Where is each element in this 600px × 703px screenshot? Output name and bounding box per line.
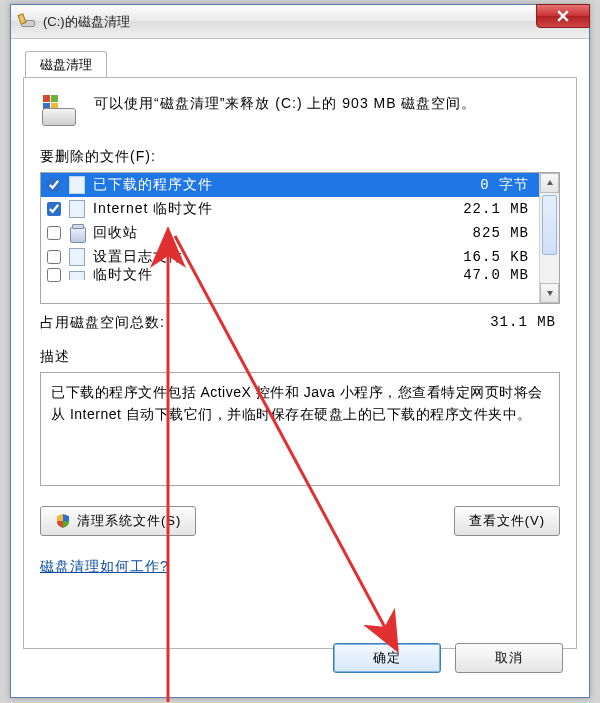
intro-text: 可以使用“磁盘清理”来释放 (C:) 上的 903 MB 磁盘空间。: [94, 92, 476, 132]
ok-label: 确定: [373, 649, 401, 667]
document-icon: [69, 248, 85, 266]
tab-label: 磁盘清理: [40, 57, 92, 72]
recycle-bin-icon: [69, 224, 85, 242]
file-list-row[interactable]: 临时文件47.0 MB: [41, 269, 539, 281]
file-row-checkbox[interactable]: [47, 268, 61, 282]
shield-icon: [55, 513, 71, 529]
close-icon: [557, 10, 569, 22]
file-list: 已下载的程序文件0 字节Internet 临时文件22.1 MB回收站825 M…: [40, 172, 560, 304]
close-button[interactable]: [536, 4, 590, 28]
document-icon: [69, 271, 85, 280]
file-row-size: 22.1 MB: [447, 201, 539, 217]
file-list-row[interactable]: Internet 临时文件22.1 MB: [41, 197, 539, 221]
file-row-size: 47.0 MB: [447, 267, 539, 283]
file-row-size: 825 MB: [447, 225, 539, 241]
help-link-text: 磁盘清理如何工作?: [40, 558, 169, 574]
file-row-size: 16.5 KB: [447, 249, 539, 265]
total-value: 31.1 MB: [490, 314, 560, 332]
window-title: (C:)的磁盘清理: [43, 13, 130, 31]
file-row-name: Internet 临时文件: [93, 200, 447, 218]
scroll-up-button[interactable]: [540, 173, 559, 193]
document-icon: [69, 176, 85, 194]
disk-cleanup-dialog: (C:)的磁盘清理 磁盘清理 可以使用“磁盘清理”来释放 (C:) 上的 903…: [10, 4, 590, 698]
tab-disk-cleanup[interactable]: 磁盘清理: [25, 51, 107, 79]
view-files-label: 查看文件(V): [469, 512, 545, 530]
file-row-size: 0 字节: [447, 176, 539, 194]
help-link[interactable]: 磁盘清理如何工作?: [40, 558, 169, 576]
total-row: 占用磁盘空间总数: 31.1 MB: [40, 314, 560, 332]
file-row-name: 临时文件: [93, 266, 447, 284]
view-files-button[interactable]: 查看文件(V): [454, 506, 560, 536]
scroll-down-button[interactable]: [540, 283, 559, 303]
total-label: 占用磁盘空间总数:: [40, 314, 490, 332]
file-row-checkbox[interactable]: [47, 202, 61, 216]
file-list-row[interactable]: 回收站825 MB: [41, 221, 539, 245]
cancel-button[interactable]: 取消: [455, 643, 563, 673]
ok-button[interactable]: 确定: [333, 643, 441, 673]
tab-panel: 可以使用“磁盘清理”来释放 (C:) 上的 903 MB 磁盘空间。 要删除的文…: [23, 77, 577, 649]
file-row-checkbox[interactable]: [47, 250, 61, 264]
scroll-track[interactable]: [540, 257, 559, 283]
titlebar[interactable]: (C:)的磁盘清理: [11, 5, 589, 39]
file-row-name: 设置日志文件: [93, 248, 447, 266]
clean-system-files-button[interactable]: 清理系统文件(S): [40, 506, 196, 536]
intro-row: 可以使用“磁盘清理”来释放 (C:) 上的 903 MB 磁盘空间。: [40, 92, 560, 132]
file-row-checkbox[interactable]: [47, 178, 61, 192]
files-to-delete-label: 要删除的文件(F):: [40, 148, 560, 166]
scroll-thumb[interactable]: [542, 195, 557, 255]
description-box: 已下载的程序文件包括 ActiveX 控件和 Java 小程序，您查看特定网页时…: [40, 372, 560, 486]
description-text: 已下载的程序文件包括 ActiveX 控件和 Java 小程序，您查看特定网页时…: [51, 384, 543, 422]
cancel-label: 取消: [495, 649, 523, 667]
clean-system-files-label: 清理系统文件(S): [77, 512, 181, 530]
file-row-name: 已下载的程序文件: [93, 176, 447, 194]
file-row-name: 回收站: [93, 224, 447, 242]
disk-cleanup-icon: [19, 14, 37, 30]
file-row-checkbox[interactable]: [47, 226, 61, 240]
drive-windows-icon: [40, 92, 80, 132]
description-label: 描述: [40, 348, 560, 366]
document-icon: [69, 200, 85, 218]
scrollbar[interactable]: [539, 173, 559, 303]
file-list-row[interactable]: 已下载的程序文件0 字节: [41, 173, 539, 197]
